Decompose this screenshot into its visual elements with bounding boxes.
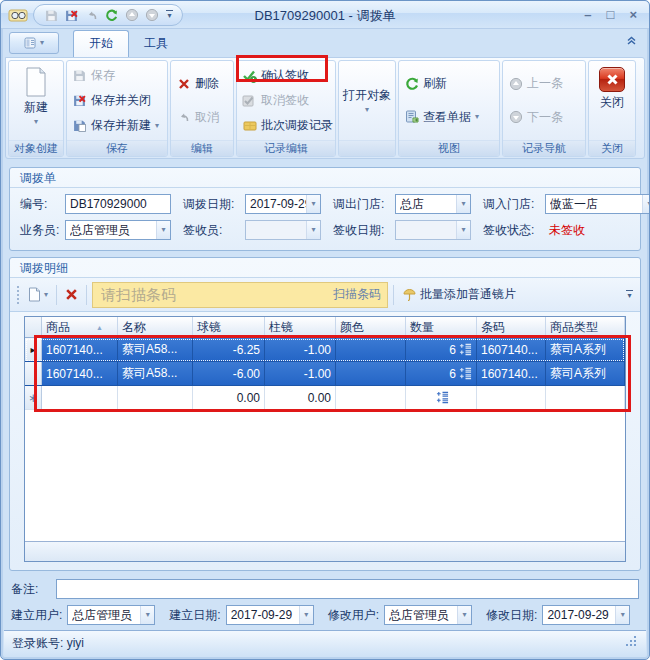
cell-barcode[interactable]: 1607140... (477, 338, 546, 361)
cell-cylinder[interactable]: 0.00 (265, 386, 336, 409)
cell-barcode[interactable]: 1607140... (477, 362, 546, 385)
remark-input[interactable] (56, 579, 639, 599)
new-page-icon (28, 287, 41, 302)
table-new-row[interactable]: ∗ 0.00 0.00 (25, 386, 625, 410)
chevron-down-icon (456, 195, 470, 213)
batch-add-lens-button[interactable]: 批量添加普通镜片 (399, 284, 519, 305)
column-header-color[interactable]: 颜色 (336, 317, 406, 338)
group-label: 记录导航 (503, 140, 585, 156)
table-row[interactable]: ▸ 1607140... 蔡司A58... -6.25 -1.00 6 1607… (25, 338, 625, 362)
close-window-button[interactable]: × (629, 7, 637, 22)
batch-transfer-record-button[interactable]: 批次调拨记录 (239, 114, 333, 137)
save-and-close-button[interactable]: 保存并关闭 (69, 89, 165, 112)
cell-sphere[interactable]: -6.25 (193, 338, 265, 361)
cancel-button[interactable]: 取消 (173, 106, 231, 129)
cell-product-type[interactable] (546, 386, 625, 409)
cell-product[interactable]: 1607140... (42, 362, 118, 385)
application-menu-button[interactable] (9, 32, 59, 54)
cell-product[interactable] (42, 386, 118, 409)
chevron-down-icon (457, 606, 471, 624)
column-header-barcode[interactable]: 条码 (477, 317, 546, 338)
delete-row-button[interactable] (62, 286, 81, 303)
resize-grip-icon[interactable] (626, 636, 638, 651)
receiver-dropdown[interactable] (245, 220, 321, 240)
delete-x-icon (176, 76, 191, 91)
scan-barcode-button[interactable]: 扫描条码 (327, 286, 381, 303)
modified-user-dropdown[interactable]: 总店管理员 (384, 605, 472, 625)
barcode-scan-input[interactable] (101, 286, 327, 303)
column-header-product[interactable]: 商品 (42, 317, 118, 338)
ribbon-group-object-create: 新建 对象创建 (8, 60, 64, 157)
open-object-button[interactable]: 打开对象 (343, 87, 391, 114)
created-date-label: 建立日期: (169, 607, 225, 624)
order-number-label: 编号: (20, 196, 65, 213)
toolbar-separator (86, 285, 87, 305)
from-store-dropdown[interactable]: 总店 (395, 194, 471, 214)
cell-name[interactable] (118, 386, 193, 409)
previous-record-button[interactable]: 上一条 (505, 72, 583, 95)
cell-cylinder[interactable]: -1.00 (265, 338, 336, 361)
cell-barcode[interactable] (477, 386, 546, 409)
receipt-date-dropdown[interactable] (395, 220, 471, 240)
ribbon-group-edit: 删除 取消 编辑 (170, 60, 234, 157)
close-button[interactable]: 关闭 (599, 62, 625, 111)
tab-start[interactable]: 开始 (73, 30, 129, 57)
column-header-quantity[interactable]: 数量 (406, 317, 477, 338)
column-header-product-type[interactable]: 商品类型 (546, 317, 625, 338)
to-store-dropdown[interactable]: 傲蓝一店 (545, 194, 650, 214)
cell-color[interactable] (336, 338, 406, 361)
chevron-down-icon (306, 195, 320, 213)
minimize-button[interactable]: – (584, 7, 591, 22)
cell-color[interactable] (336, 386, 406, 409)
group-label: 关闭 (589, 140, 635, 156)
salesperson-dropdown[interactable]: 总店管理员 (65, 220, 171, 240)
save-and-new-button[interactable]: 保存并新建 (69, 114, 165, 137)
transfer-date-dropdown[interactable]: 2017-09-29 (245, 194, 321, 214)
modified-date-dropdown[interactable]: 2017-09-29 (542, 605, 630, 625)
group-label: 视图 (399, 140, 499, 156)
new-button[interactable]: 新建 (24, 62, 48, 126)
cell-sphere[interactable]: -6.00 (193, 362, 265, 385)
cell-name[interactable]: 蔡司A58... (118, 362, 193, 385)
toolbar-separator (393, 285, 394, 305)
order-number-field[interactable]: DB170929000 (65, 194, 171, 214)
table-row[interactable]: 1607140... 蔡司A58... -6.00 -1.00 6 160714… (25, 362, 625, 386)
column-header-name[interactable]: 名称 (118, 317, 193, 338)
cancel-receipt-button[interactable]: 取消签收 (239, 89, 333, 112)
new-page-icon (24, 67, 48, 97)
refresh-button[interactable]: 刷新 (401, 72, 497, 95)
chevron-down-icon (615, 606, 629, 624)
ribbon-group-view: 刷新 查看单据 视图 (398, 60, 500, 157)
window-title: DB1709290001 - 调拨单 (1, 7, 649, 25)
column-header-cylinder[interactable]: 柱镜 (265, 317, 336, 338)
cell-quantity[interactable] (406, 386, 477, 409)
cell-quantity[interactable]: 6 (406, 362, 477, 385)
receipt-status-label: 签收状态: (483, 222, 545, 239)
ribbon: 新建 对象创建 保存 保存并关闭 保存并新建 (5, 57, 645, 159)
cell-color[interactable] (336, 362, 406, 385)
cell-name[interactable]: 蔡司A58... (118, 338, 193, 361)
cell-cylinder[interactable]: -1.00 (265, 362, 336, 385)
delete-button[interactable]: 删除 (173, 72, 231, 95)
cell-product-type[interactable]: 蔡司A系列 (546, 362, 625, 385)
receiver-label: 签收员: (183, 222, 245, 239)
yellow-cards-icon (242, 118, 257, 133)
cell-product-type[interactable]: 蔡司A系列 (546, 338, 625, 361)
created-user-dropdown[interactable]: 总店管理员 (67, 605, 155, 625)
maximize-button[interactable]: □ (607, 7, 615, 22)
title-bar: DB1709290001 - 调拨单 – □ × (1, 1, 649, 29)
ribbon-group-record-nav: 上一条 下一条 记录导航 (502, 60, 586, 157)
tab-tools[interactable]: 工具 (129, 31, 183, 57)
collapse-ribbon-icon[interactable] (626, 35, 637, 49)
view-document-button[interactable]: 查看单据 (401, 106, 497, 129)
save-button[interactable]: 保存 (69, 64, 165, 87)
created-date-dropdown[interactable]: 2017-09-29 (226, 605, 314, 625)
column-header-sphere[interactable]: 球镜 (193, 317, 265, 338)
cell-quantity[interactable]: 6 (406, 338, 477, 361)
cell-product[interactable]: 1607140... (42, 338, 118, 361)
next-record-button[interactable]: 下一条 (505, 106, 583, 129)
cell-sphere[interactable]: 0.00 (193, 386, 265, 409)
toolbar-overflow-icon[interactable] (626, 290, 633, 300)
confirm-receipt-button[interactable]: 确认签收 (239, 64, 333, 87)
add-row-button[interactable] (25, 285, 51, 304)
